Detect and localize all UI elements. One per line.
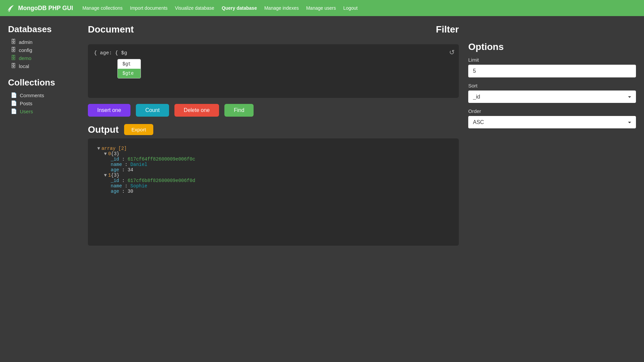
nav-manage-collections[interactable]: Manage collections [83, 5, 123, 11]
find-button[interactable]: Find [224, 104, 254, 117]
item-0-index: 0 [108, 151, 111, 157]
db-icon-admin: 🗄 [11, 39, 16, 45]
brand-title: MongoDB PHP GUI [18, 5, 73, 12]
name-key-1: name [111, 183, 122, 189]
main-layout: Databases 🗄 admin 🗄 config 🗄 demo 🗄 loca… [0, 16, 644, 246]
limit-label: Limit [468, 57, 636, 63]
autocomplete-item-gte[interactable]: $gte [118, 69, 141, 78]
arrow-item-0: ▼ [104, 151, 107, 157]
document-section: Document Filter { age: { $g ↺ $gt $gte I… [88, 24, 459, 246]
sidebar-label-config: config [19, 47, 32, 53]
sidebar-item-local[interactable]: 🗄 local [8, 62, 78, 70]
id-key-1: _id [111, 178, 119, 183]
nav-query-database[interactable]: Query database [222, 5, 257, 11]
autocomplete-dropdown: $gt $gte [117, 59, 141, 78]
output-item-0-header: ▼ 0 {3} [104, 151, 449, 157]
sort-select[interactable]: _id name age [468, 90, 636, 103]
nav-import-documents[interactable]: Import documents [130, 5, 168, 11]
output-section: Output Export ▼ array [2] ▼ 0 {3} [88, 124, 459, 246]
nav-links: Manage collections Import documents Visu… [83, 5, 358, 11]
sidebar-item-demo[interactable]: 🗄 demo [8, 54, 78, 62]
doc-icon-posts: 📄 [11, 100, 17, 106]
limit-group: Limit [468, 57, 636, 77]
output-box: ▼ array [2] ▼ 0 {3} _id : 617cf64f [88, 138, 459, 246]
sidebar-label-local: local [19, 63, 29, 69]
sidebar-label-demo: demo [19, 55, 32, 61]
id-val-0: 617cf64ff82600009e006f0c [127, 157, 195, 162]
db-icon-demo: 🗄 [11, 55, 16, 61]
db-icon-config: 🗄 [11, 47, 16, 53]
age-key-0: age [111, 167, 119, 173]
output-item-0-id: _id : 617cf64ff82600009e006f0c [111, 157, 449, 162]
reset-button[interactable]: ↺ [449, 48, 455, 56]
collections-section: Collections 📄 Comments 📄 Posts 📄 Users [8, 77, 78, 115]
output-item-0-name: name : Daniel [111, 162, 449, 167]
sort-label: Sort [468, 83, 636, 88]
sort-group: Sort _id name age [468, 83, 636, 103]
output-item-1-header: ▼ 1 {3} [104, 173, 449, 178]
brand: MongoDB PHP GUI [6, 3, 73, 13]
autocomplete-item-gt[interactable]: $gt [118, 59, 141, 69]
arrow-item-1: ▼ [104, 173, 107, 178]
colon-1-id: : [119, 178, 127, 183]
databases-section: Databases 🗄 admin 🗄 config 🗄 demo 🗄 loca… [8, 24, 78, 70]
doc-icon-comments: 📄 [11, 92, 17, 98]
nav-manage-users[interactable]: Manage users [306, 5, 336, 11]
colon-1-age: : [119, 189, 127, 194]
colon-0-id: : [119, 157, 127, 162]
middle-panel: Document Filter { age: { $g ↺ $gt $gte I… [88, 24, 636, 246]
collections-heading: Collections [8, 77, 78, 88]
document-heading: Document [88, 24, 134, 35]
databases-heading: Databases [8, 24, 78, 35]
delete-one-button[interactable]: Delete one [174, 104, 219, 117]
navbar: MongoDB PHP GUI Manage collections Impor… [0, 0, 644, 16]
leaf-icon [6, 3, 15, 13]
output-item-0-age: age : 34 [111, 167, 449, 173]
sidebar-label-posts: Posts [20, 101, 33, 106]
array-label: array [2] [101, 146, 127, 151]
item-1-brace: {3} [111, 173, 119, 178]
colon-0-name: : [122, 162, 130, 167]
sidebar-item-admin[interactable]: 🗄 admin [8, 38, 78, 46]
db-icon-local: 🗄 [11, 63, 16, 69]
name-val-1: Sophie [130, 183, 147, 189]
limit-input[interactable] [468, 65, 636, 77]
filter-heading: Filter [436, 24, 459, 35]
nav-logout[interactable]: Logout [343, 5, 358, 11]
colon-0-age: : [119, 167, 127, 173]
export-button[interactable]: Export [124, 124, 153, 135]
output-item-1-age: age : 30 [111, 189, 449, 194]
output-header: Output Export [88, 124, 459, 135]
output-item-1-name: name : Sophie [111, 183, 449, 189]
name-key-0: name [111, 162, 122, 167]
sidebar-item-config[interactable]: 🗄 config [8, 46, 78, 54]
sidebar-item-users[interactable]: 📄 Users [8, 107, 78, 115]
nav-manage-indexes[interactable]: Manage indexes [264, 5, 299, 11]
nav-visualize-database[interactable]: Visualize database [175, 5, 214, 11]
document-editor[interactable]: { age: { $g ↺ $gt $gte [88, 44, 459, 98]
id-val-1: 617cf6b8f82600009e006f0d [127, 178, 195, 183]
count-button[interactable]: Count [136, 104, 169, 117]
item-0-brace: {3} [111, 151, 119, 157]
options-panel: Options Limit Sort _id name age Order [468, 42, 636, 134]
output-heading: Output [88, 124, 119, 135]
action-buttons: Insert one Count Delete one Find [88, 104, 459, 117]
insert-one-button[interactable]: Insert one [88, 104, 130, 117]
sidebar-item-comments[interactable]: 📄 Comments [8, 91, 78, 99]
item-1-index: 1 [108, 173, 111, 178]
colon-1-name: : [122, 183, 130, 189]
order-group: Order ASC DESC [468, 108, 636, 128]
age-key-1: age [111, 189, 119, 194]
sidebar-label-admin: admin [19, 39, 33, 45]
doc-icon-users: 📄 [11, 108, 17, 114]
name-val-0: Daniel [130, 162, 147, 167]
arrow-root: ▼ [97, 146, 100, 151]
sidebar-label-users: Users [20, 109, 33, 114]
id-key-0: _id [111, 157, 119, 162]
editor-text: { age: { $g [94, 50, 127, 56]
sidebar-item-posts[interactable]: 📄 Posts [8, 99, 78, 107]
age-val-0: 34 [127, 167, 133, 173]
order-select[interactable]: ASC DESC [468, 116, 636, 128]
options-heading: Options [468, 42, 636, 52]
sidebar: Databases 🗄 admin 🗄 config 🗄 demo 🗄 loca… [8, 24, 78, 246]
